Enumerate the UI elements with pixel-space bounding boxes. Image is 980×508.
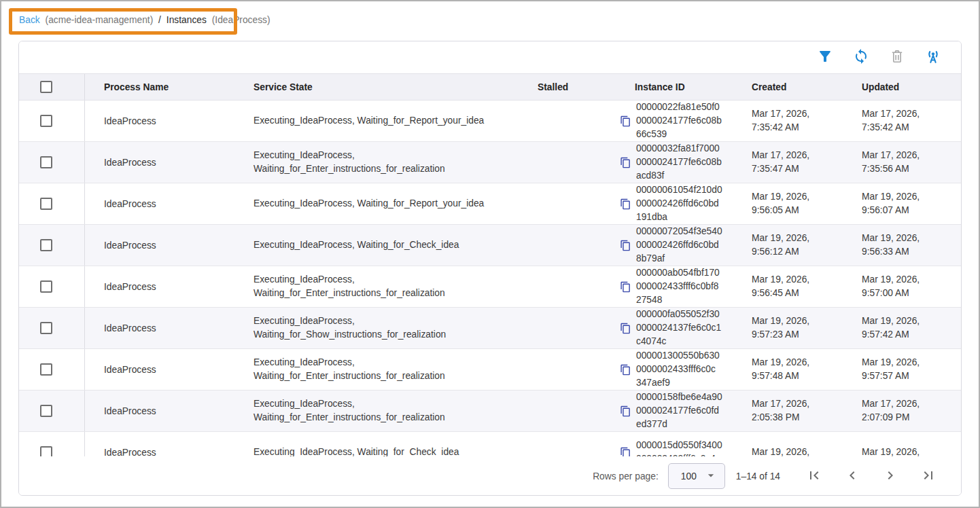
updated-cell: Mar 19, 2026, 9:57:42 AM xyxy=(847,308,961,348)
instance-id-cell: 000000ab054fbf170 000002433fff6c0bf8 275… xyxy=(593,266,735,307)
column-header-instance-id: Instance ID xyxy=(593,74,735,100)
updated-cell: Mar 19, 2026, 9:56:07 AM xyxy=(847,183,961,224)
copy-icon[interactable] xyxy=(619,405,631,417)
service-state-cell: Executing_IdeaProcess, Waiting_for_Check… xyxy=(234,225,519,266)
instance-id-value: 00000022fa81e50f0 0000024177fe6c08b 66c5… xyxy=(636,101,722,141)
process-name-cell: IdeaProcess xyxy=(85,308,234,348)
row-checkbox[interactable] xyxy=(40,322,52,334)
table-body: IdeaProcess Executing_IdeaProcess, Waiti… xyxy=(19,101,961,456)
copy-icon[interactable] xyxy=(619,446,631,456)
rows-per-page-label: Rows per page: xyxy=(593,471,659,482)
row-checkbox[interactable] xyxy=(40,198,52,210)
delete-button[interactable] xyxy=(888,49,906,67)
service-state-cell: Executing_IdeaProcess, Waiting_for_Enter… xyxy=(234,391,519,431)
created-cell: Mar 19, 2026, 9:57:23 AM xyxy=(735,308,847,348)
previous-page-button[interactable] xyxy=(844,468,860,484)
stalled-cell xyxy=(519,225,593,266)
copy-icon[interactable] xyxy=(619,363,631,376)
antenna-icon xyxy=(924,48,942,67)
pagination-bar: Rows per page: 100 1–14 of 14 xyxy=(19,456,961,496)
instance-id-value: 0000015d0550f3400 000002433fff6c0c4 xyxy=(636,439,722,456)
column-header-created: Created xyxy=(735,74,847,100)
copy-icon[interactable] xyxy=(619,322,631,334)
pagination-range: 1–14 of 14 xyxy=(736,471,780,482)
instance-id-cell: 00000158fbe6e4a90 0000024177fe6c0fd ed37… xyxy=(593,391,735,431)
copy-icon[interactable] xyxy=(619,280,631,293)
stalled-cell xyxy=(519,308,593,348)
created-cell: Mar 19, 2026, 9:56:05 AM xyxy=(735,183,847,224)
table-toolbar xyxy=(19,41,961,73)
row-checkbox[interactable] xyxy=(40,156,52,168)
instance-id-cell: 0000015d0550f3400 000002433fff6c0c4 xyxy=(593,432,735,456)
process-name-cell: IdeaProcess xyxy=(85,101,234,141)
instance-id-value: 000001300550b630 0000002433fff6c0c 347ae… xyxy=(636,349,720,390)
stalled-cell xyxy=(519,432,593,456)
created-cell: Mar 19, 2026, xyxy=(735,432,847,456)
service-state-cell: Executing_IdeaProcess, Waiting_for_Repor… xyxy=(234,183,519,224)
next-page-button[interactable] xyxy=(882,468,898,484)
filter-icon xyxy=(817,48,833,67)
copy-icon[interactable] xyxy=(619,239,631,251)
breadcrumb-separator: / xyxy=(158,15,161,25)
stalled-cell xyxy=(519,183,593,224)
breadcrumb: Back (acme-idea-management) / Instances … xyxy=(19,15,273,25)
table-row[interactable]: IdeaProcess Executing_IdeaProcess, Waiti… xyxy=(19,183,961,225)
broadcast-button[interactable] xyxy=(924,49,942,67)
process-name-cell: IdeaProcess xyxy=(85,349,234,390)
first-page-icon xyxy=(806,467,822,486)
row-checkbox[interactable] xyxy=(40,363,52,376)
app-window: Back (acme-idea-management) / Instances … xyxy=(0,0,980,508)
table-row[interactable]: IdeaProcess Executing_IdeaProcess, Waiti… xyxy=(19,308,961,349)
stalled-cell xyxy=(519,101,593,141)
instance-id-cell: 00000032fa81f7000 0000024177fe6c08b acd8… xyxy=(593,142,735,183)
table-row[interactable]: IdeaProcess Executing_IdeaProcess, Waiti… xyxy=(19,225,961,266)
last-page-button[interactable] xyxy=(920,468,937,484)
service-state-cell: Executing_IdeaProcess, Waiting_for_Repor… xyxy=(234,101,519,141)
row-checkbox[interactable] xyxy=(40,405,52,417)
updated-cell: Mar 19, 2026, 9:56:33 AM xyxy=(847,225,961,266)
process-name-cell: IdeaProcess xyxy=(85,266,234,307)
service-state-cell: Executing_IdeaProcess, Waiting_for_Enter… xyxy=(234,266,519,307)
instance-id-value: 000000fa055052f30 0000024137fe6c0c1 c407… xyxy=(636,308,721,348)
process-name-cell: IdeaProcess xyxy=(85,391,234,431)
breadcrumb-app-name: (acme-idea-management) xyxy=(46,15,154,25)
last-page-icon xyxy=(920,467,937,486)
trash-icon xyxy=(889,48,905,67)
created-cell: Mar 17, 2026, 7:35:42 AM xyxy=(735,101,847,141)
breadcrumb-process-name: (IdeaProcess) xyxy=(212,15,270,25)
updated-cell: Mar 17, 2026, 7:35:56 AM xyxy=(847,142,961,183)
rows-per-page-value: 100 xyxy=(681,471,697,482)
instance-id-value: 00000061054f210d0 000002426ffd6c0bd 191d… xyxy=(636,183,722,224)
updated-cell: Mar 19, 2026, 9:57:57 AM xyxy=(847,349,961,390)
copy-icon[interactable] xyxy=(619,198,631,210)
table-row[interactable]: IdeaProcess Executing_IdeaProcess, Waiti… xyxy=(19,391,961,432)
first-page-button[interactable] xyxy=(806,468,822,484)
instances-panel: Process Name Service State Stalled Insta… xyxy=(18,41,962,496)
back-link[interactable]: Back xyxy=(19,15,40,25)
breadcrumb-page-label: Instances xyxy=(167,15,207,25)
filter-button[interactable] xyxy=(816,49,834,67)
select-all-checkbox[interactable] xyxy=(40,81,52,93)
table-row[interactable]: IdeaProcess Executing_IdeaProcess, Waiti… xyxy=(19,101,961,142)
stalled-cell xyxy=(519,142,593,183)
copy-icon[interactable] xyxy=(619,115,631,127)
created-cell: Mar 19, 2026, 9:56:45 AM xyxy=(735,266,847,307)
copy-icon[interactable] xyxy=(619,156,631,168)
created-cell: Mar 17, 2026, 7:35:47 AM xyxy=(735,142,847,183)
table-row[interactable]: IdeaProcess Executing_IdeaProcess, Waiti… xyxy=(19,432,961,456)
refresh-button[interactable] xyxy=(852,49,870,67)
process-name-cell: IdeaProcess xyxy=(85,225,234,266)
table-row[interactable]: IdeaProcess Executing_IdeaProcess, Waiti… xyxy=(19,266,961,308)
row-checkbox[interactable] xyxy=(40,446,52,456)
row-checkbox[interactable] xyxy=(40,280,52,293)
row-checkbox[interactable] xyxy=(40,115,52,127)
service-state-cell: Executing_IdeaProcess, Waiting_for_Enter… xyxy=(234,349,519,390)
table-row[interactable]: IdeaProcess Executing_IdeaProcess, Waiti… xyxy=(19,142,961,183)
instance-id-cell: 00000022fa81e50f0 0000024177fe6c08b 66c5… xyxy=(593,101,735,141)
table-row[interactable]: IdeaProcess Executing_IdeaProcess, Waiti… xyxy=(19,349,961,391)
instance-id-cell: 00000061054f210d0 000002426ffd6c0bd 191d… xyxy=(593,183,735,224)
rows-per-page-select[interactable]: 100 xyxy=(668,463,725,489)
instance-id-value: 000000ab054fbf170 000002433fff6c0bf8 275… xyxy=(636,266,720,307)
created-cell: Mar 19, 2026, 9:56:12 AM xyxy=(735,225,847,266)
row-checkbox[interactable] xyxy=(40,239,52,251)
